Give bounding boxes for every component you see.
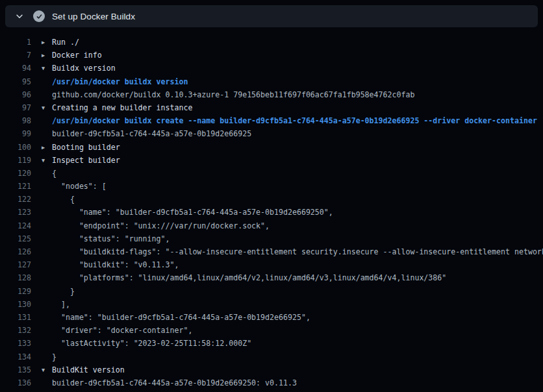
log-line: 100 ▶ Booting builder [0,141,543,154]
log-line: 7 ▶ Docker info [0,49,543,62]
output-text: builder-d9cfb5a1-c764-445a-a57e-0b19d2e6… [52,376,297,389]
line-number[interactable]: 125 [0,232,31,245]
log-viewer: 1 ▶ Run ./ 7 ▶ Docker info 94 ▼ Buildx v… [0,36,543,389]
output-text: "endpoint": "unix:///var/run/docker.sock… [52,219,270,232]
log-line: 124 "endpoint": "unix:///var/run/docker.… [0,219,543,232]
line-number[interactable]: 94 [0,62,31,75]
output-text: "platforms": "linux/amd64,linux/amd64/v2… [52,271,446,284]
group-title[interactable]: Creating a new builder instance [52,101,192,114]
group-title[interactable]: Inspect builder [52,154,120,167]
log-line: 95 /usr/bin/docker buildx version [0,75,543,88]
line-number[interactable]: 96 [0,88,31,101]
line-number[interactable]: 126 [0,245,31,258]
line-number[interactable]: 124 [0,219,31,232]
chevron-right-icon[interactable]: ▶ [42,141,52,154]
log-line: 132 "driver": "docker-container", [0,324,543,337]
line-number[interactable]: 128 [0,271,31,284]
command-text: /usr/bin/docker buildx create --name bui… [52,114,537,127]
line-number[interactable]: 135 [0,363,31,376]
line-number[interactable]: 120 [0,167,31,180]
output-text: github.com/docker/buildx 0.10.3+azure-1 … [52,88,414,101]
output-text: { [52,167,57,180]
line-number[interactable]: 130 [0,298,31,311]
log-line: 99 builder-d9cfb5a1-c764-445a-a57e-0b19d… [0,127,543,140]
log-line: 120 { [0,167,543,180]
output-text: "name": "builder-d9cfb5a1-c764-445a-a57e… [52,311,310,324]
command-text: /usr/bin/docker buildx version [52,75,188,88]
log-line: 119 ▼ Inspect builder [0,154,543,167]
output-text: "driver": "docker-container", [52,324,192,337]
chevron-down-icon[interactable]: ▼ [42,62,52,75]
log-line: 97 ▼ Creating a new builder instance [0,101,543,114]
output-text: builder-d9cfb5a1-c764-445a-a57e-0b19d2e6… [52,127,251,140]
line-number[interactable]: 7 [0,49,31,62]
output-text: "status": "running", [52,232,170,245]
group-title[interactable]: Docker info [52,49,102,62]
log-line: 121 "nodes": [ [0,180,543,193]
step-header[interactable]: Set up Docker Buildx [5,5,538,27]
output-text: "lastActivity": "2023-02-25T11:58:12.000… [52,337,251,350]
line-number[interactable]: 99 [0,127,31,140]
log-line: 96 github.com/docker/buildx 0.10.3+azure… [0,88,543,101]
log-line: 125 "status": "running", [0,232,543,245]
chevron-down-icon[interactable]: ▼ [42,154,52,167]
line-number[interactable]: 98 [0,114,31,127]
group-title[interactable]: BuildKit version [52,363,125,376]
log-line: 135 ▼ BuildKit version [0,363,543,376]
log-line: 1 ▶ Run ./ [0,36,543,49]
line-number[interactable]: 95 [0,75,31,88]
step-title: Set up Docker Buildx [52,12,135,21]
log-line: 129 } [0,285,543,298]
log-line: 123 "name": "builder-d9cfb5a1-c764-445a-… [0,206,543,219]
check-circle-icon [33,10,45,22]
group-title[interactable]: Buildx version [52,62,116,75]
chevron-right-icon[interactable]: ▶ [42,49,52,62]
line-number[interactable]: 121 [0,180,31,193]
line-number[interactable]: 134 [0,350,31,363]
line-number[interactable]: 129 [0,285,31,298]
log-line: 131 "name": "builder-d9cfb5a1-c764-445a-… [0,311,543,324]
output-text: { [52,193,75,206]
log-line: 136 builder-d9cfb5a1-c764-445a-a57e-0b19… [0,376,543,389]
group-title[interactable]: Run ./ [52,36,79,49]
chevron-down-icon[interactable]: ▼ [42,101,52,114]
line-number[interactable]: 136 [0,376,31,389]
log-line: 126 "buildkitd-flags": "--allow-insecure… [0,245,543,258]
line-number[interactable]: 122 [0,193,31,206]
output-text: } [52,350,57,363]
output-text: } [52,285,75,298]
log-line: 122 { [0,193,543,206]
line-number[interactable]: 127 [0,258,31,271]
chevron-down-icon[interactable] [14,11,25,21]
line-number[interactable]: 132 [0,324,31,337]
log-line: 134 } [0,350,543,363]
line-number[interactable]: 97 [0,101,31,114]
line-number[interactable]: 100 [0,141,31,154]
output-text: "buildkitd-flags": "--allow-insecure-ent… [52,245,543,258]
log-line: 94 ▼ Buildx version [0,62,543,75]
log-line: 128 "platforms": "linux/amd64,linux/amd6… [0,271,543,284]
output-text: "buildkit": "v0.11.3", [52,258,179,271]
log-line: 98 /usr/bin/docker buildx create --name … [0,114,543,127]
log-line: 133 "lastActivity": "2023-02-25T11:58:12… [0,337,543,350]
line-number[interactable]: 133 [0,337,31,350]
line-number[interactable]: 131 [0,311,31,324]
log-line: 130 ], [0,298,543,311]
line-number[interactable]: 1 [0,36,31,49]
chevron-down-icon[interactable]: ▼ [42,363,52,376]
log-line: 127 "buildkit": "v0.11.3", [0,258,543,271]
chevron-right-icon[interactable]: ▶ [42,36,52,49]
output-text: ], [52,298,70,311]
output-text: "nodes": [ [52,180,107,193]
group-title[interactable]: Booting builder [52,141,120,154]
line-number[interactable]: 123 [0,206,31,219]
output-text: "name": "builder-d9cfb5a1-c764-445a-a57e… [52,206,333,219]
line-number[interactable]: 119 [0,154,31,167]
